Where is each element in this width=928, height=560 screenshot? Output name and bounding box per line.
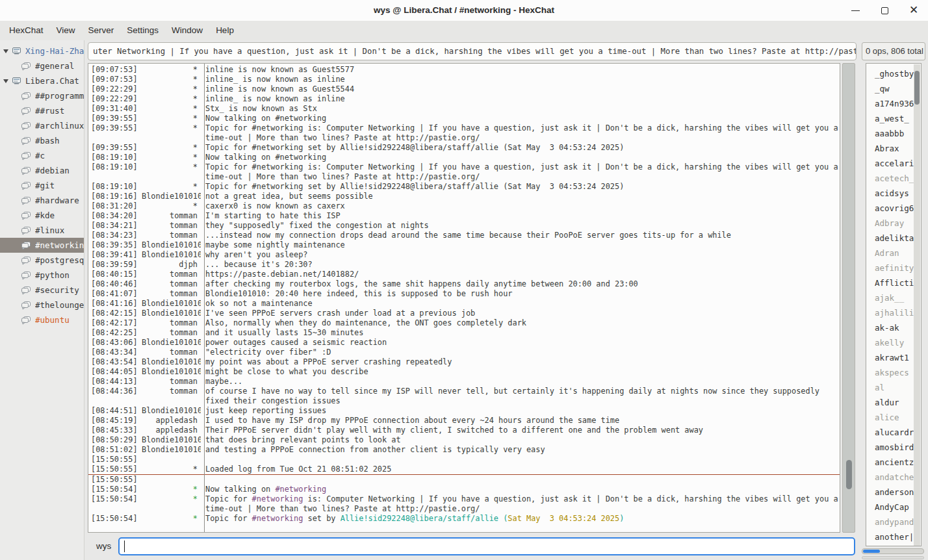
- sidebar-item-hardware[interactable]: #hardware: [0, 193, 84, 208]
- tree-label: #ubuntu: [35, 315, 70, 325]
- userlist-hscrollbar-secondary[interactable]: [862, 556, 924, 559]
- nick: Blondie101010: [142, 240, 201, 250]
- user-_qw[interactable]: _qw: [866, 81, 921, 96]
- user-aaabbb[interactable]: aaabbb: [866, 126, 921, 141]
- channel-icon: [21, 196, 31, 205]
- expander-icon[interactable]: [3, 49, 8, 53]
- chat-scrollbar-thumb[interactable]: [846, 460, 852, 489]
- tree-label: #kde: [35, 210, 55, 220]
- timestamp: [15:50:55]: [88, 455, 142, 465]
- userlist-scrollbar[interactable]: [914, 64, 920, 546]
- channel-icon: [21, 316, 31, 325]
- nick: *: [142, 143, 201, 153]
- timestamp: [08:39:35]: [88, 240, 142, 250]
- user-ak-ak[interactable]: ak-ak: [866, 320, 921, 335]
- user-acidsys[interactable]: acidsys: [866, 186, 921, 201]
- userlist-scrollbar-thumb[interactable]: [914, 71, 920, 105]
- user-ajak__[interactable]: ajak__: [866, 290, 921, 305]
- chat-scrollbar[interactable]: [842, 63, 855, 533]
- userlist-hscrollbar-thumb[interactable]: [863, 550, 880, 553]
- user-andatche[interactable]: andatche: [866, 470, 921, 485]
- user-alucardro[interactable]: alucardro: [866, 425, 921, 440]
- timestamp: [08:43:54]: [88, 357, 142, 367]
- tree-label: #thelounge: [35, 300, 84, 310]
- user-another|[interactable]: another|: [866, 529, 921, 544]
- user-akelly[interactable]: akelly: [866, 335, 921, 350]
- timestamp: [08:42:15]: [88, 309, 142, 318]
- timestamp: [08:19:10]: [88, 162, 142, 182]
- maximize-button[interactable]: [879, 5, 890, 16]
- user-list[interactable]: _ghostbyt_qwa174n936a_west_aaabbbAbraxac…: [866, 63, 922, 546]
- user-Afflictio[interactable]: Afflictio: [866, 275, 921, 290]
- userlist-hscrollbar[interactable]: [862, 548, 924, 554]
- sidebar-item-general[interactable]: #general: [0, 58, 84, 73]
- user-Adran[interactable]: Adran: [866, 246, 921, 261]
- chat-line: [09:39:55]*Now talking on #networking: [88, 114, 840, 123]
- chat-line: [08:45:33]appledashTheir PPPoE server di…: [88, 426, 840, 435]
- sidebar-item-libera-chat[interactable]: Libera.Chat: [0, 73, 84, 88]
- timestamp: [08:43:34]: [88, 348, 142, 357]
- message-text: https://paste.debian.net/1401882/: [201, 270, 840, 279]
- tree-label: ##rust: [35, 106, 64, 116]
- menu-window[interactable]: Window: [165, 21, 209, 40]
- sidebar-item-kde[interactable]: #kde: [0, 208, 84, 223]
- sidebar-item-bash[interactable]: #bash: [0, 133, 84, 148]
- menu-settings[interactable]: Settings: [120, 21, 165, 40]
- sidebar-item-python[interactable]: #python: [0, 268, 84, 283]
- chat-line: [08:34:21]tommanthey "supposedly" fixed …: [88, 221, 840, 231]
- user-a174n936[interactable]: a174n936: [866, 96, 921, 111]
- user-Adbray[interactable]: Adbray: [866, 216, 921, 231]
- minimize-button[interactable]: [850, 5, 860, 16]
- user-andypandy[interactable]: andypandy: [866, 515, 921, 529]
- topic-input[interactable]: uter Networking | If you have a question…: [88, 42, 857, 60]
- user-aefinity[interactable]: aefinity: [866, 261, 921, 275]
- menu-help[interactable]: Help: [209, 21, 240, 40]
- sidebar-item-postgresql[interactable]: #postgresql: [0, 253, 84, 268]
- timestamp: [08:44:05]: [88, 367, 142, 377]
- timestamp: [09:39:55]: [88, 114, 142, 123]
- chat-area[interactable]: [09:07:53]*inline is now known as Guest5…: [88, 63, 840, 533]
- sidebar-item-programming[interactable]: ##programming: [0, 88, 84, 103]
- sidebar-item-rust[interactable]: ##rust: [0, 103, 84, 118]
- user-al[interactable]: al: [866, 380, 921, 395]
- sidebar-item-thelounge[interactable]: #thelounge: [0, 298, 84, 312]
- user-amosbird[interactable]: amosbird: [866, 440, 921, 455]
- menu-server[interactable]: Server: [82, 21, 121, 40]
- user-aldur[interactable]: aldur: [866, 395, 921, 410]
- user-akspecs[interactable]: akspecs: [866, 365, 921, 380]
- menu-view[interactable]: View: [50, 21, 82, 40]
- nick: Blondie101010: [142, 309, 201, 318]
- sidebar-item-archlinux[interactable]: #archlinux: [0, 118, 84, 133]
- menu-hexchat[interactable]: HexChat: [3, 21, 50, 40]
- sidebar-item-c[interactable]: #c: [0, 148, 84, 163]
- user-acovrig60[interactable]: acovrig60: [866, 201, 921, 216]
- message-text: ...instead now my connection drops dead …: [201, 231, 840, 240]
- timestamp: [08:41:16]: [88, 299, 142, 309]
- user-Abrax[interactable]: Abrax: [866, 141, 921, 156]
- message-input[interactable]: [118, 537, 855, 555]
- user-alice[interactable]: alice: [866, 410, 921, 425]
- chat-line: [08:45:19]appledashI used to have my ISP…: [88, 416, 840, 426]
- close-button[interactable]: ✕: [909, 5, 919, 16]
- nick: *: [142, 153, 201, 162]
- sidebar-item-security[interactable]: #security: [0, 283, 84, 298]
- user-AndyCap[interactable]: AndyCap: [866, 500, 921, 515]
- user-anderson[interactable]: anderson: [866, 485, 921, 500]
- sidebar-item-ubuntu[interactable]: #ubuntu: [0, 312, 84, 327]
- sidebar-item-git[interactable]: #git: [0, 178, 84, 193]
- sidebar-item-networking[interactable]: #networking: [0, 238, 84, 253]
- user-adeliktas[interactable]: adeliktas: [866, 231, 921, 246]
- sidebar-item-linux[interactable]: #linux: [0, 223, 84, 238]
- sidebar-item-xing-hai-zhan[interactable]: Xing-Hai-Zhan: [0, 44, 84, 58]
- user-ancientz[interactable]: ancientz: [866, 455, 921, 470]
- user-accelario[interactable]: accelario: [866, 156, 921, 171]
- sidebar-item-debian[interactable]: #debian: [0, 163, 84, 178]
- user-acetech_[interactable]: acetech_: [866, 171, 921, 186]
- user-a_west_[interactable]: a_west_: [866, 111, 921, 126]
- expander-icon[interactable]: [3, 79, 8, 83]
- message-text: Now talking on #networking: [201, 485, 840, 494]
- user-akrawt1[interactable]: akrawt1: [866, 350, 921, 365]
- channel-icon: [21, 166, 31, 175]
- user-_ghostbyt[interactable]: _ghostbyt: [866, 66, 921, 81]
- user-ajhalili2[interactable]: ajhalili2: [866, 305, 921, 320]
